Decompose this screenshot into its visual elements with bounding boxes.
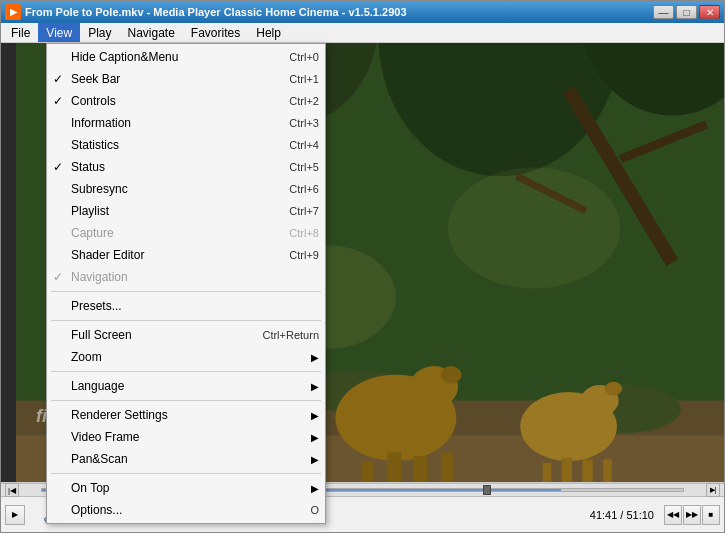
- menu-row-controls[interactable]: ✓ControlsCtrl+2: [47, 90, 325, 112]
- menu-item-label: Presets...: [71, 299, 319, 313]
- menu-row-seek-bar[interactable]: ✓Seek BarCtrl+1: [47, 68, 325, 90]
- menu-row-on-top[interactable]: On Top▶: [47, 477, 325, 499]
- prev-button[interactable]: |◀: [5, 483, 19, 497]
- submenu-arrow-icon: ▶: [311, 410, 319, 421]
- sidebar: [1, 43, 16, 482]
- menu-shortcut: Ctrl+3: [289, 117, 319, 129]
- menu-item-label: Full Screen: [71, 328, 254, 342]
- svg-rect-15: [413, 456, 427, 482]
- menu-item-label: Video Frame: [71, 430, 307, 444]
- menu-file[interactable]: File: [3, 23, 38, 42]
- menu-shortcut: Ctrl+0: [289, 51, 319, 63]
- menu-item-label: Hide Caption&Menu: [71, 50, 281, 64]
- checkmark-icon: ✓: [53, 72, 63, 86]
- menu-view[interactable]: View: [38, 23, 80, 42]
- submenu-arrow-icon: ▶: [311, 432, 319, 443]
- view-dropdown-menu: Hide Caption&MenuCtrl+0✓Seek BarCtrl+1✓C…: [46, 43, 326, 524]
- svg-rect-22: [582, 459, 592, 482]
- menu-row-status[interactable]: ✓StatusCtrl+5: [47, 156, 325, 178]
- svg-rect-24: [603, 459, 612, 482]
- checkmark-icon: ✓: [53, 94, 63, 108]
- menu-shortcut: Ctrl+9: [289, 249, 319, 261]
- menu-row-options---[interactable]: Options...O: [47, 499, 325, 521]
- menu-item-label: Navigation: [71, 270, 319, 284]
- next-button[interactable]: ▶|: [706, 483, 720, 497]
- menu-item-label: Zoom: [71, 350, 307, 364]
- checkmark-icon: ✓: [53, 160, 63, 174]
- svg-point-26: [605, 382, 622, 396]
- rewind-button[interactable]: ◀◀: [664, 505, 682, 525]
- close-button[interactable]: ✕: [699, 5, 720, 19]
- menu-item-label: Pan&Scan: [71, 452, 307, 466]
- menu-row-video-frame[interactable]: Video Frame▶: [47, 426, 325, 448]
- play-button[interactable]: ▶: [5, 505, 25, 525]
- svg-rect-14: [387, 452, 401, 482]
- svg-point-32: [448, 168, 621, 289]
- menu-shortcut: Ctrl+5: [289, 161, 319, 173]
- menu-bar: File View Play Navigate Favorites Help: [1, 23, 724, 43]
- menu-row-renderer-settings[interactable]: Renderer Settings▶: [47, 404, 325, 426]
- menu-row-playlist[interactable]: PlaylistCtrl+7: [47, 200, 325, 222]
- svg-rect-21: [562, 458, 572, 482]
- menu-separator-18: [51, 400, 321, 401]
- menu-help[interactable]: Help: [248, 23, 289, 42]
- menu-item-label: Controls: [71, 94, 281, 108]
- menu-row-shader-editor[interactable]: Shader EditorCtrl+9: [47, 244, 325, 266]
- menu-row-presets---[interactable]: Presets...: [47, 295, 325, 317]
- submenu-arrow-icon: ▶: [311, 454, 319, 465]
- menu-row-subresync[interactable]: SubresyncCtrl+6: [47, 178, 325, 200]
- menu-shortcut: Ctrl+8: [289, 227, 319, 239]
- submenu-arrow-icon: ▶: [311, 381, 319, 392]
- time-display: 41:41 / 51:10: [590, 509, 658, 521]
- forward-button[interactable]: ▶▶: [683, 505, 701, 525]
- menu-item-label: Capture: [71, 226, 281, 240]
- menu-row-language[interactable]: Language▶: [47, 375, 325, 397]
- menu-item-label: Seek Bar: [71, 72, 281, 86]
- menu-row-capture: CaptureCtrl+8: [47, 222, 325, 244]
- minimize-button[interactable]: —: [653, 5, 674, 19]
- menu-separator-11: [51, 291, 321, 292]
- submenu-arrow-icon: ▶: [311, 352, 319, 363]
- menu-shortcut: O: [310, 504, 319, 516]
- menu-item-label: On Top: [71, 481, 307, 495]
- title-bar-text: From Pole to Pole.mkv - Media Player Cla…: [25, 6, 649, 18]
- menu-shortcut: Ctrl+4: [289, 139, 319, 151]
- menu-shortcut: Ctrl+7: [289, 205, 319, 217]
- checkmark-icon: ✓: [53, 270, 63, 284]
- menu-shortcut: Ctrl+1: [289, 73, 319, 85]
- menu-shortcut: Ctrl+2: [289, 95, 319, 107]
- menu-row-navigation: ✓Navigation: [47, 266, 325, 288]
- menu-separator-16: [51, 371, 321, 372]
- menu-row-full-screen[interactable]: Full ScreenCtrl+Return: [47, 324, 325, 346]
- menu-item-label: Information: [71, 116, 281, 130]
- menu-row-statistics[interactable]: StatisticsCtrl+4: [47, 134, 325, 156]
- menu-separator-13: [51, 320, 321, 321]
- menu-row-hide-caption-menu[interactable]: Hide Caption&MenuCtrl+0: [47, 46, 325, 68]
- menu-item-label: Renderer Settings: [71, 408, 307, 422]
- title-bar-buttons: — □ ✕: [653, 5, 720, 19]
- menu-shortcut: Ctrl+6: [289, 183, 319, 195]
- menu-navigate[interactable]: Navigate: [119, 23, 182, 42]
- app-icon: ▶: [5, 4, 21, 20]
- menu-play[interactable]: Play: [80, 23, 119, 42]
- submenu-arrow-icon: ▶: [311, 483, 319, 494]
- menu-row-information[interactable]: InformationCtrl+3: [47, 112, 325, 134]
- menu-item-label: Playlist: [71, 204, 281, 218]
- maximize-button[interactable]: □: [676, 5, 697, 19]
- menu-item-label: Subresync: [71, 182, 281, 196]
- menu-row-zoom[interactable]: Zoom▶: [47, 346, 325, 368]
- seek-handle[interactable]: [483, 485, 491, 495]
- svg-point-19: [441, 366, 462, 383]
- svg-rect-23: [543, 463, 552, 482]
- title-bar: ▶ From Pole to Pole.mkv - Media Player C…: [1, 1, 724, 23]
- svg-rect-16: [361, 461, 373, 482]
- menu-row-pan-scan[interactable]: Pan&Scan▶: [47, 448, 325, 470]
- main-window: ▶ From Pole to Pole.mkv - Media Player C…: [0, 0, 725, 533]
- menu-separator-22: [51, 473, 321, 474]
- stop-button[interactable]: ■: [702, 505, 720, 525]
- menu-favorites[interactable]: Favorites: [183, 23, 248, 42]
- menu-item-label: Shader Editor: [71, 248, 281, 262]
- menu-item-label: Status: [71, 160, 281, 174]
- svg-rect-17: [441, 452, 453, 482]
- menu-item-label: Options...: [71, 503, 302, 517]
